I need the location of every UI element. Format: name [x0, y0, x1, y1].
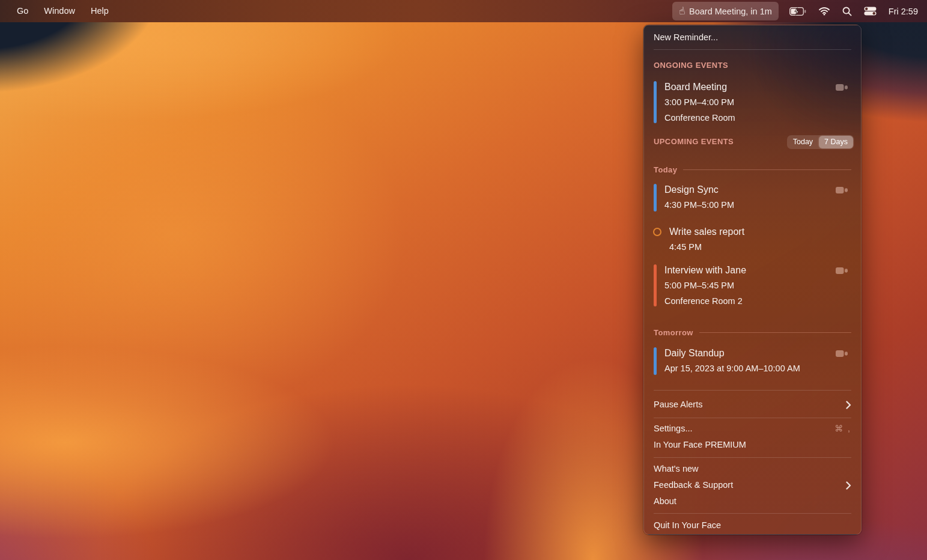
submenu-chevron-icon	[846, 401, 851, 409]
menu-item-whats-new[interactable]: What's new	[654, 461, 851, 477]
menu-bar-status: ☝ Board Meeting, in 1m	[672, 0, 927, 22]
upcoming-range-toggle: Today 7 Days	[787, 135, 854, 149]
event-color-bar	[654, 81, 657, 123]
reminder-circle-icon[interactable]	[653, 228, 661, 236]
spotlight-search-icon[interactable]	[836, 0, 858, 22]
event-title: Design Sync	[664, 183, 851, 197]
about-label: About	[654, 493, 676, 510]
tomorrow-label: Tomorrow	[654, 327, 693, 338]
quit-label: Quit In Your Face	[654, 517, 721, 534]
menu-item-feedback-support[interactable]: Feedback & Support	[654, 477, 851, 493]
separator	[654, 513, 851, 514]
separator	[654, 390, 851, 391]
tomorrow-section-header: Tomorrow	[654, 327, 851, 338]
event-row-daily-standup[interactable]: Daily Standup Apr 15, 2023 at 9:00 AM–10…	[654, 346, 851, 377]
menu-window[interactable]: Window	[36, 0, 83, 22]
menu-item-premium[interactable]: In Your Face PREMIUM	[654, 437, 851, 453]
header-rule	[699, 332, 851, 333]
menu-item-quit[interactable]: Quit In Your Face	[654, 517, 851, 534]
menu-item-settings[interactable]: Settings... ⌘ ,	[654, 421, 851, 437]
event-row-interview-with-jane[interactable]: Interview with Jane 5:00 PM–5:45 PM Conf…	[654, 263, 851, 308]
in-your-face-menu-panel: New Reminder... ONGOING EVENTS Board Mee…	[643, 25, 862, 535]
menu-bar-menus: Go Window Help	[0, 0, 117, 22]
menu-item-about[interactable]: About	[654, 493, 851, 510]
today-label: Today	[654, 165, 677, 175]
event-color-bar	[654, 264, 657, 306]
event-time: 5:00 PM–5:45 PM	[664, 278, 851, 294]
toggle-today[interactable]: Today	[788, 136, 818, 148]
video-camera-icon	[836, 186, 848, 197]
menu-go[interactable]: Go	[9, 0, 36, 22]
event-color-bar	[654, 347, 657, 375]
settings-label: Settings...	[654, 421, 692, 437]
event-time: 4:30 PM–5:00 PM	[664, 197, 851, 213]
pause-alerts-label: Pause Alerts	[654, 397, 702, 413]
video-camera-icon	[836, 349, 848, 361]
menubar-extra-label: Board Meeting, in 1m	[689, 7, 772, 16]
settings-shortcut: ⌘ ,	[834, 421, 851, 437]
event-title: Daily Standup	[664, 346, 851, 361]
toggle-7-days[interactable]: 7 Days	[819, 136, 853, 148]
menubar-clock[interactable]: Fri 2:59	[883, 7, 918, 16]
event-color-bar	[654, 184, 657, 212]
today-section-header: Today	[654, 165, 851, 175]
new-reminder-label: New Reminder...	[654, 29, 718, 46]
premium-label: In Your Face PREMIUM	[654, 437, 746, 453]
in-your-face-menubar-extra[interactable]: ☝ Board Meeting, in 1m	[672, 2, 779, 20]
menu-item-new-reminder[interactable]: New Reminder...	[654, 29, 851, 46]
control-center-icon[interactable]	[858, 0, 883, 22]
event-location: Conference Room	[664, 111, 851, 125]
ongoing-events-header: ONGOING EVENTS	[654, 60, 851, 70]
battery-icon[interactable]	[783, 0, 812, 22]
event-time: 3:00 PM–4:00 PM	[664, 94, 851, 111]
menu-help[interactable]: Help	[83, 0, 117, 22]
menu-bar: Go Window Help ☝ Board Meeting, in 1m	[0, 0, 927, 22]
event-title: Board Meeting	[664, 80, 851, 94]
separator	[654, 418, 851, 418]
separator	[654, 49, 851, 50]
event-row-board-meeting[interactable]: Board Meeting 3:00 PM–4:00 PM Conference…	[654, 80, 851, 125]
finger-string-reminder-icon: ☝	[678, 5, 686, 16]
header-rule	[683, 169, 851, 170]
menu-item-pause-alerts[interactable]: Pause Alerts	[654, 397, 851, 413]
submenu-chevron-icon	[846, 481, 851, 490]
feedback-support-label: Feedback & Support	[654, 477, 733, 493]
event-location: Conference Room 2	[664, 294, 851, 308]
whats-new-label: What's new	[654, 461, 699, 477]
video-camera-icon	[836, 83, 848, 94]
wifi-icon[interactable]	[812, 0, 836, 22]
separator	[654, 457, 851, 458]
reminder-title: Write sales report	[669, 225, 851, 239]
event-row-design-sync[interactable]: Design Sync 4:30 PM–5:00 PM	[654, 183, 851, 213]
event-title: Interview with Jane	[664, 263, 851, 278]
event-time: Apr 15, 2023 at 9:00 AM–10:00 AM	[664, 361, 851, 377]
reminder-time: 4:45 PM	[669, 239, 851, 255]
reminder-row-write-sales-report[interactable]: Write sales report 4:45 PM	[654, 225, 851, 255]
video-camera-icon	[836, 266, 848, 278]
